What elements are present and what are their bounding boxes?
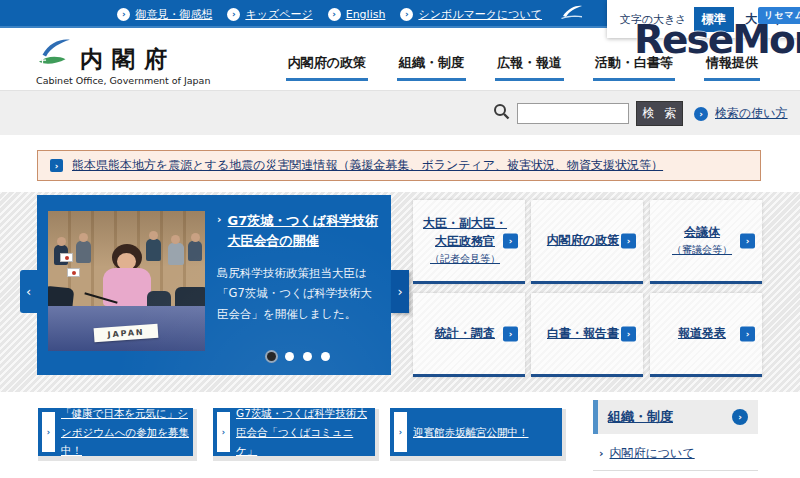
photo-person	[188, 241, 202, 261]
arrow-square-icon: ›	[740, 326, 755, 341]
banner-g7-communique[interactable]: › G7茨城・つくば科学技術大臣会合「つくばコミュニケ」	[213, 408, 375, 456]
banner-health-symposium[interactable]: › 「健康で日本を元気に」シンポジウムへの参加を募集中！	[38, 408, 193, 456]
arrow-circle-icon: ›	[400, 8, 413, 21]
carousel-dot-1[interactable]	[267, 352, 276, 361]
sidebar-heading: 組織・制度	[608, 408, 673, 426]
quicklink-label: 報道発表	[678, 325, 726, 342]
nav-public-relations[interactable]: 広報・報道	[495, 54, 564, 81]
nav-organization[interactable]: 組織・制度	[397, 54, 466, 81]
link-symbol-mark[interactable]: › シンボルマークについて	[400, 7, 542, 22]
carousel-dots	[217, 352, 379, 361]
carousel-next-button[interactable]: ›	[391, 270, 409, 313]
chevron-right-icon: ›	[217, 412, 230, 452]
quicklink-whitepapers[interactable]: 白書・報告書 ›	[531, 293, 643, 377]
hero-carousel: ‹ › JAPAN	[37, 195, 391, 375]
text-size-standard-button[interactable]: 標準	[694, 7, 734, 32]
search-input[interactable]	[517, 103, 629, 124]
search-button[interactable]: 検 索	[636, 101, 683, 126]
banner-label: G7茨城・つくば科学技術大臣会合「つくばコミュニケ」	[236, 404, 372, 461]
text-size-label: 文字の大きさ	[620, 12, 687, 27]
banner-label: 「健康で日本を元気に」シンポジウムへの参加を募集中！	[61, 404, 190, 461]
site-subtitle: Cabinet Office, Government of Japan	[36, 75, 210, 86]
site-title: 内閣府	[80, 47, 176, 72]
notice-strip: › 熊本県熊本地方を震源とする地震の災害関連情報（義援金募集、ボランティア、被害…	[0, 135, 800, 192]
arrow-circle-icon: ›	[227, 8, 240, 21]
site-header: 内閣府 Cabinet Office, Government of Japan …	[0, 30, 800, 90]
quicklink-sublabel: （審議会等）	[672, 243, 732, 257]
arrow-square-icon: ›	[50, 159, 63, 172]
arrow-square-icon: ›	[503, 233, 518, 248]
carousel-text: › G7茨城・つくば科学技術大臣会合の開催 島尻科学技術政策担当大臣は「G7茨城…	[217, 211, 379, 324]
text-size-panel: 文字の大きさ 標準 大きく	[607, 0, 800, 38]
carousel-dot-4[interactable]	[321, 352, 330, 361]
carousel-title-link[interactable]: G7茨城・つくば科学技術大臣会合の開催	[228, 211, 379, 251]
link-opinions-label: 御意見・御感想	[135, 7, 212, 22]
quicklink-sublabel: （記者会見等）	[430, 252, 500, 266]
japan-flag	[67, 268, 80, 277]
banner-label: 迎賓館赤坂離宮公開中！	[413, 423, 529, 442]
cabinet-office-leaf-icon	[36, 38, 72, 72]
nav-policies[interactable]: 内閣府の政策	[286, 54, 368, 81]
search-row: 検 索 › 検索の使い方	[493, 101, 788, 126]
link-kids-page-label: キッズページ	[245, 7, 312, 22]
carousel-photo: JAPAN	[48, 211, 205, 351]
quicklink-press-releases[interactable]: 報道発表 ›	[650, 293, 762, 377]
arrow-square-icon: ›	[503, 326, 518, 341]
leaf-swoosh-icon	[560, 5, 584, 24]
bottom-band: › 「健康で日本を元気に」シンポジウムへの参加を募集中！ › G7茨城・つくば科…	[0, 392, 800, 478]
link-opinions[interactable]: › 御意見・御感想	[117, 7, 212, 22]
site-logo[interactable]: 内閣府 Cabinet Office, Government of Japan	[36, 38, 210, 86]
top-utility-links: › 御意見・御感想 › キッズページ › English › シンボルマークにつ…	[117, 0, 584, 28]
arrow-circle-icon: ›	[117, 8, 130, 21]
search-band: 検 索 › 検索の使い方	[0, 90, 800, 135]
sidebar-divider	[593, 470, 758, 471]
photo-person	[76, 241, 91, 263]
photo-person	[168, 243, 184, 265]
arrow-square-icon: ›	[621, 233, 636, 248]
quicklink-councils[interactable]: 会議体 （審議会等） ›	[650, 200, 762, 284]
sidebar-organization-header[interactable]: 組織・制度 ›	[593, 400, 758, 434]
arrow-square-icon: ›	[740, 233, 755, 248]
quicklink-label: 白書・報告書	[547, 325, 619, 342]
main-navigation: 内閣府の政策 組織・制度 広報・報道 活動・白書等 情報提供	[286, 54, 760, 81]
earthquake-notice-link[interactable]: › 熊本県熊本地方を震源とする地震の災害関連情報（義援金募集、ボランティア、被害…	[37, 150, 761, 181]
chevron-right-icon: ›	[217, 213, 222, 251]
earthquake-notice-label: 熊本県熊本地方を震源とする地震の災害関連情報（義援金募集、ボランティア、被害状況…	[72, 157, 663, 174]
search-help-link[interactable]: 検索の使い方	[715, 105, 788, 122]
quicklink-label: 大臣・副大臣・大臣政務官	[421, 215, 509, 250]
page: › 御意見・御感想 › キッズページ › English › シンボルマークにつ…	[0, 0, 800, 478]
link-english[interactable]: › English	[328, 8, 386, 21]
nav-information[interactable]: 情報提供	[704, 54, 760, 81]
photo-person	[146, 239, 161, 261]
main-content-band: ‹ › JAPAN	[0, 192, 800, 392]
carousel-dot-2[interactable]	[285, 352, 294, 361]
quicklink-ministers[interactable]: 大臣・副大臣・大臣政務官 （記者会見等） ›	[413, 200, 525, 284]
chevron-right-icon: ›	[394, 412, 407, 452]
text-size-larger-button[interactable]: 大きく	[741, 7, 788, 32]
quicklink-label: 内閣府の政策	[547, 232, 619, 249]
quicklink-policies[interactable]: 内閣府の政策 ›	[531, 200, 643, 284]
nav-activities-whitepapers[interactable]: 活動・白書等	[593, 54, 675, 81]
arrow-square-icon: ›	[621, 326, 636, 341]
link-kids-page[interactable]: › キッズページ	[227, 7, 312, 22]
carousel-prev-button[interactable]: ‹	[20, 270, 37, 313]
carousel-dot-3[interactable]	[303, 352, 312, 361]
arrow-circle-icon: ›	[732, 409, 748, 425]
quicklink-statistics[interactable]: 統計・調査 ›	[413, 293, 525, 377]
link-english-label: English	[346, 8, 386, 21]
sidebar-about-label: 内閣府について	[610, 445, 695, 462]
chevron-right-icon: ›	[599, 447, 604, 460]
chevron-right-icon: ›	[42, 412, 55, 452]
arrow-circle-icon: ›	[328, 8, 341, 21]
quicklink-label: 会議体	[684, 224, 720, 241]
link-symbol-mark-label: シンボルマークについて	[418, 7, 542, 22]
quicklink-label: 統計・調査	[435, 325, 495, 342]
arrow-circle-icon: ›	[694, 107, 708, 121]
sidebar-about-link[interactable]: › 内閣府について	[599, 445, 695, 462]
search-icon	[493, 103, 510, 124]
japan-flag	[60, 253, 73, 262]
banner-geihinkan[interactable]: › 迎賓館赤坂離宮公開中！	[390, 408, 562, 456]
carousel-description: 島尻科学技術政策担当大臣は「G7茨城・つくば科学技術大臣会合」を開催しました。	[217, 263, 379, 323]
